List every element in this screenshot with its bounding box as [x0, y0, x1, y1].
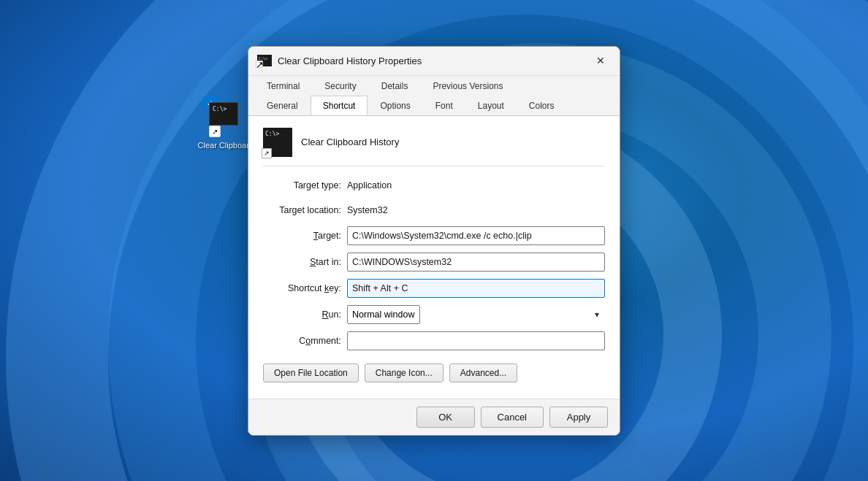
title-bar: ↗ Clear Clipboard History Properties ✕: [248, 47, 620, 76]
start-in-row: Start in:: [263, 253, 605, 272]
tab-row-1: Terminal Security Details Previous Versi…: [254, 76, 614, 96]
tab-layout[interactable]: Layout: [465, 96, 517, 115]
apply-button[interactable]: Apply: [549, 407, 608, 428]
dialog-title: Clear Clipboard History Properties: [278, 55, 585, 66]
title-bar-shortcut-arrow: ↗: [256, 61, 263, 68]
title-bar-cmd-icon: ↗: [257, 55, 272, 66]
tab-general[interactable]: General: [254, 96, 311, 115]
target-location-row: Target location: System32: [263, 201, 605, 219]
start-in-label: Start in:: [263, 257, 347, 267]
shortcut-header-icon: ↗: [263, 128, 292, 157]
shortcut-key-label: Shortcut key:: [263, 283, 347, 293]
properties-dialog: ↗ Clear Clipboard History Properties ✕ T…: [248, 46, 620, 436]
header-shortcut-arrow-icon: ↗: [262, 148, 272, 158]
tab-row-2: General Shortcut Options Font Layout Col…: [254, 96, 614, 115]
close-button[interactable]: ✕: [590, 50, 611, 71]
dialog-footer: OK Cancel Apply: [248, 399, 620, 435]
tab-bar-row1: Terminal Security Details Previous Versi…: [248, 76, 620, 115]
tab-security[interactable]: Security: [312, 76, 368, 96]
tab-previous-versions[interactable]: Previous Versions: [420, 76, 515, 96]
tab-font[interactable]: Font: [423, 96, 465, 115]
shortcut-header: ↗ Clear Clipboard History: [263, 128, 605, 166]
advanced-button[interactable]: Advanced...: [449, 363, 517, 382]
target-type-value: Application: [347, 180, 392, 191]
tab-content-shortcut: ↗ Clear Clipboard History Target type: A…: [248, 115, 620, 399]
ok-button[interactable]: OK: [416, 407, 475, 428]
target-location-value: System32: [347, 205, 388, 215]
shortcut-name: Clear Clipboard History: [301, 136, 399, 147]
target-location-label: Target location:: [263, 205, 347, 215]
run-row: Run: Normal window Minimized Maximized: [263, 305, 605, 324]
shortcut-key-row: Shortcut key:: [263, 279, 605, 298]
tab-colors[interactable]: Colors: [517, 96, 567, 115]
dialog-overlay: ↗ Clear Clipboard History Properties ✕ T…: [0, 0, 868, 481]
comment-label: Comment:: [263, 336, 347, 346]
comment-row: Comment:: [263, 331, 605, 350]
shortcut-key-input[interactable]: [347, 279, 605, 298]
cancel-button[interactable]: Cancel: [481, 407, 544, 428]
target-type-row: Target type: Application: [263, 177, 605, 194]
target-row: Target:: [263, 226, 605, 245]
run-select-wrapper: Normal window Minimized Maximized: [347, 305, 605, 324]
comment-input[interactable]: [347, 331, 605, 350]
tab-details[interactable]: Details: [369, 76, 421, 96]
tab-shortcut[interactable]: Shortcut: [311, 96, 368, 115]
run-label: Run:: [263, 309, 347, 320]
action-buttons: Open File Location Change Icon... Advanc…: [263, 363, 605, 382]
open-file-location-button[interactable]: Open File Location: [263, 363, 359, 382]
target-label: Target:: [263, 231, 347, 241]
target-input[interactable]: [347, 226, 605, 245]
change-icon-button[interactable]: Change Icon...: [365, 363, 443, 382]
target-type-label: Target type:: [263, 180, 347, 191]
run-select[interactable]: Normal window Minimized Maximized: [347, 305, 420, 324]
start-in-input[interactable]: [347, 253, 605, 272]
tab-options[interactable]: Options: [368, 96, 422, 115]
tab-terminal[interactable]: Terminal: [254, 76, 312, 96]
